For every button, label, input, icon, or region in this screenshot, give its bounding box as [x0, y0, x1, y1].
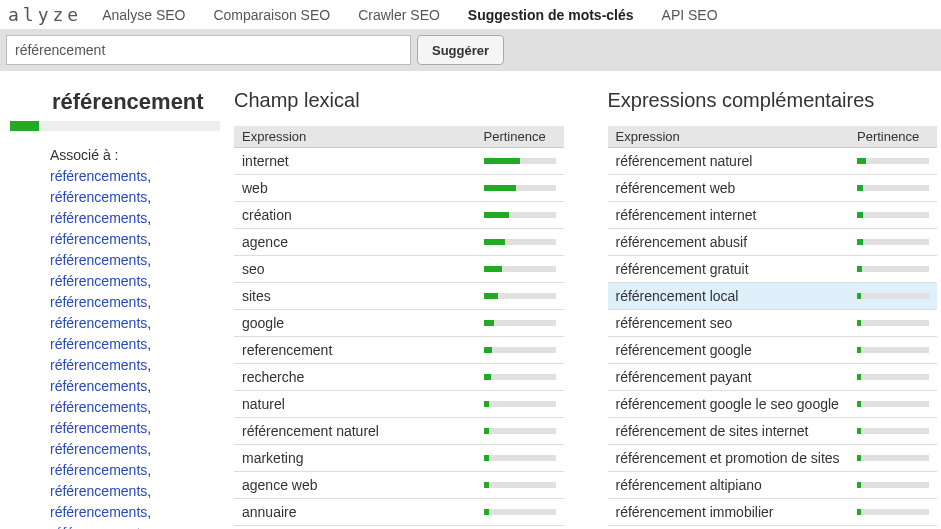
- table-row[interactable]: référencement gratuit: [608, 256, 938, 283]
- table-row[interactable]: référencement seo: [608, 310, 938, 337]
- pertinence-fill: [857, 455, 861, 461]
- expression-cell: référencement altipiano: [608, 472, 850, 499]
- logo[interactable]: alyze: [0, 4, 102, 25]
- pertinence-bar: [484, 320, 556, 326]
- pertinence-bar: [484, 482, 556, 488]
- table-row[interactable]: référencement abusif: [608, 229, 938, 256]
- associated-link[interactable]: référencements: [50, 336, 147, 352]
- table-row[interactable]: agence web: [234, 472, 564, 499]
- associated-link[interactable]: référencements: [50, 273, 147, 289]
- expression-cell: référencement seo: [608, 310, 850, 337]
- table-row[interactable]: internet: [234, 148, 564, 175]
- sidebar: référencement Associé à : référencements…: [10, 89, 220, 529]
- pertinence-cell: [476, 391, 564, 418]
- pertinence-fill: [484, 293, 498, 299]
- table-row[interactable]: marketing: [234, 445, 564, 472]
- associated-link[interactable]: référencements: [50, 315, 147, 331]
- table-row[interactable]: référencement google: [608, 337, 938, 364]
- table-row[interactable]: référencement local: [608, 283, 938, 310]
- pertinence-bar: [484, 239, 556, 245]
- pertinence-fill: [857, 158, 866, 164]
- nav-item[interactable]: Comparaison SEO: [213, 7, 330, 23]
- expression-cell: référencement naturel: [608, 148, 850, 175]
- pertinence-bar: [484, 212, 556, 218]
- pertinence-bar: [857, 374, 929, 380]
- table-row[interactable]: référencement de sites internet: [608, 418, 938, 445]
- associated-link[interactable]: référencements: [50, 525, 147, 529]
- associated-link[interactable]: référencements: [50, 420, 147, 436]
- table-row[interactable]: référencement naturel: [608, 148, 938, 175]
- keyword-relevance-bar: [10, 121, 220, 131]
- associated-link[interactable]: référencements: [50, 231, 147, 247]
- keyword-input[interactable]: [6, 35, 411, 65]
- table-row[interactable]: référencement immobilier: [608, 499, 938, 526]
- keyword-title: référencement: [10, 89, 220, 115]
- associated-link[interactable]: référencements: [50, 357, 147, 373]
- table-row[interactable]: google: [234, 310, 564, 337]
- expression-cell: naturel: [234, 391, 476, 418]
- main-nav: Analyse SEOComparaison SEOCrawler SEOSug…: [102, 7, 717, 23]
- table-row[interactable]: referencement: [234, 337, 564, 364]
- table-row[interactable]: référencement et promotion de sites: [608, 445, 938, 472]
- table-row[interactable]: référencement naturel: [234, 418, 564, 445]
- associated-link[interactable]: référencements: [50, 294, 147, 310]
- associated-link[interactable]: référencements: [50, 252, 147, 268]
- pertinence-cell: [849, 445, 937, 472]
- associated-link[interactable]: référencements: [50, 168, 147, 184]
- nav-item[interactable]: Analyse SEO: [102, 7, 185, 23]
- table-row[interactable]: référencement google le seo google: [608, 391, 938, 418]
- expression-cell: marketing: [234, 445, 476, 472]
- complementary-title: Expressions complémentaires: [608, 89, 938, 112]
- table-row[interactable]: seo: [234, 256, 564, 283]
- complementary-header-pertinence[interactable]: Pertinence: [849, 126, 937, 148]
- pertinence-fill: [857, 347, 861, 353]
- nav-item[interactable]: Crawler SEO: [358, 7, 440, 23]
- table-row[interactable]: agence: [234, 229, 564, 256]
- pertinence-cell: [849, 256, 937, 283]
- table-row[interactable]: référencement internet: [608, 202, 938, 229]
- associated-link[interactable]: référencements: [50, 378, 147, 394]
- suggest-button[interactable]: Suggérer: [417, 35, 504, 65]
- associated-link[interactable]: référencements: [50, 504, 147, 520]
- pertinence-cell: [849, 499, 937, 526]
- lexical-header-pertinence[interactable]: Pertinence: [476, 126, 564, 148]
- pertinence-bar: [857, 293, 929, 299]
- expression-cell: référencement web: [608, 175, 850, 202]
- pertinence-cell: [849, 472, 937, 499]
- pertinence-fill: [857, 482, 861, 488]
- expression-cell: agence web: [234, 472, 476, 499]
- complementary-header-expression[interactable]: Expression: [608, 126, 850, 148]
- table-row[interactable]: naturel: [234, 391, 564, 418]
- table-row[interactable]: référencement payant: [608, 364, 938, 391]
- associated-link[interactable]: référencements: [50, 399, 147, 415]
- expression-cell: recherche: [234, 364, 476, 391]
- table-row[interactable]: référencement web: [608, 175, 938, 202]
- table-row[interactable]: recherche: [234, 364, 564, 391]
- expression-cell: référencement local: [608, 283, 850, 310]
- table-row[interactable]: création: [234, 202, 564, 229]
- pertinence-cell: [476, 337, 564, 364]
- associated-link[interactable]: référencements: [50, 189, 147, 205]
- table-row[interactable]: sites: [234, 283, 564, 310]
- pertinence-fill: [857, 320, 861, 326]
- lexical-header-expression[interactable]: Expression: [234, 126, 476, 148]
- pertinence-fill: [484, 347, 493, 353]
- pertinence-fill: [484, 266, 502, 272]
- nav-item[interactable]: API SEO: [662, 7, 718, 23]
- nav-item[interactable]: Suggestion de mots-clés: [468, 7, 634, 23]
- pertinence-cell: [849, 418, 937, 445]
- pertinence-cell: [476, 472, 564, 499]
- pertinence-bar: [857, 509, 929, 515]
- table-row[interactable]: référencement altipiano: [608, 472, 938, 499]
- pertinence-cell: [849, 148, 937, 175]
- associated-link[interactable]: référencements: [50, 210, 147, 226]
- pertinence-fill: [857, 266, 862, 272]
- associated-link[interactable]: référencements: [50, 441, 147, 457]
- table-row[interactable]: web: [234, 175, 564, 202]
- table-row[interactable]: annuaire: [234, 499, 564, 526]
- expression-cell: referencement: [234, 337, 476, 364]
- pertinence-cell: [476, 499, 564, 526]
- expression-cell: agence: [234, 229, 476, 256]
- associated-link[interactable]: référencements: [50, 462, 147, 478]
- associated-link[interactable]: référencements: [50, 483, 147, 499]
